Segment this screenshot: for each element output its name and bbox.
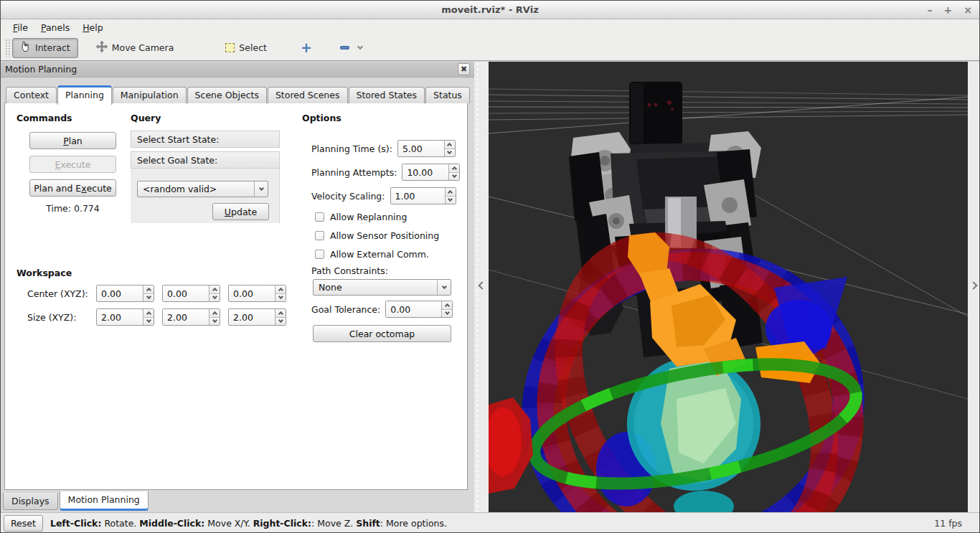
checkbox-row-allow-sensor-positioning[interactable]: Allow Sensor Positioning [315, 230, 439, 241]
spin-up-button[interactable] [143, 309, 154, 317]
status-segment: Right-Click: [253, 518, 311, 529]
spin-down-button[interactable] [209, 293, 220, 302]
tab-stored-scenes[interactable]: Stored Scenes [268, 87, 348, 103]
workspace-row-label: Size (XYZ): [27, 312, 96, 323]
spinbox-value[interactable]: 2.00 [229, 309, 275, 325]
select-goal-state-header[interactable]: Select Goal State: [131, 151, 280, 169]
spinbox-value[interactable]: 0.00 [229, 286, 275, 301]
tab-stored-states[interactable]: Stored States [349, 87, 425, 103]
option-row-planning-time-s: Planning Time (s):5.00 [311, 140, 456, 157]
mouse-help-text: Left-Click: Rotate. Middle-Click: Move X… [50, 518, 447, 529]
spin-up-button[interactable] [442, 301, 452, 309]
tab-context[interactable]: Context [6, 87, 57, 103]
dock-tab-bar: DisplaysMotion Planning [3, 491, 150, 511]
clear-octomap-button[interactable]: Clear octomap [313, 325, 451, 342]
spin-down-button[interactable] [449, 172, 459, 181]
spin-up-button[interactable] [446, 188, 456, 196]
checkbox-row-allow-external-comm[interactable]: Allow External Comm. [315, 249, 429, 260]
status-segment: Left-Click: [50, 518, 102, 529]
menu-help[interactable]: Help [76, 21, 110, 34]
spin-up-button[interactable] [275, 286, 286, 293]
spin-down-button[interactable] [442, 309, 452, 318]
size-xyz-spinbox-x[interactable]: 2.00 [96, 308, 154, 326]
spin-up-button[interactable] [445, 141, 455, 148]
tab-scene-objects[interactable]: Scene Objects [187, 87, 267, 103]
planning-attempts-spinbox[interactable]: 10.00 [402, 164, 460, 181]
toolbar-drag-handle[interactable] [5, 39, 10, 57]
size-xyz-spinbox-y[interactable]: 2.00 [162, 308, 220, 326]
spin-down-button[interactable] [275, 317, 286, 326]
size-xyz-spinbox-z[interactable]: 2.00 [228, 308, 286, 326]
option-row-velocity-scaling: Velocity Scaling:1.00 [311, 187, 456, 204]
plan-and-execute-button[interactable]: Plan and Execute [29, 179, 116, 197]
option-row-planning-attempts: Planning Attempts:10.00 [311, 164, 460, 181]
checkbox-allow-replanning[interactable] [315, 212, 324, 222]
spin-down-button[interactable] [446, 196, 456, 204]
checkbox-row-allow-replanning[interactable]: Allow Replanning [315, 212, 407, 222]
panel-close-button[interactable]: ✖ [458, 63, 470, 75]
center-xyz-spinbox-y[interactable]: 0.00 [162, 285, 220, 302]
spin-up-button[interactable] [143, 286, 154, 293]
spin-up-button[interactable] [209, 286, 220, 293]
menu-panels[interactable]: Panels [34, 21, 76, 34]
dock-tab-motion-planning[interactable]: Motion Planning [60, 491, 149, 511]
spin-up-button[interactable] [209, 309, 220, 317]
status-segment: : Move Z. [311, 518, 356, 529]
reset-button[interactable]: Reset [4, 515, 43, 532]
checkbox-allow-external-comm[interactable] [315, 250, 324, 259]
minimize-icon[interactable]: – [928, 5, 933, 15]
remove-tool-button[interactable] [332, 38, 370, 58]
menu-file[interactable]: File [6, 21, 34, 34]
chevron-right-icon[interactable] [969, 281, 977, 289]
execute-button[interactable]: Execute [29, 156, 116, 173]
velocity-scaling-spinbox[interactable]: 1.00 [390, 187, 456, 204]
spin-down-button[interactable] [275, 293, 286, 302]
query-group: Query Select Start State: Select Goal St… [131, 113, 293, 223]
panel-splitter[interactable] [474, 62, 489, 512]
chevron-down-icon[interactable] [437, 280, 451, 295]
tab-status[interactable]: Status [425, 87, 470, 103]
select-tool-button[interactable]: Select [217, 38, 275, 58]
plan-button[interactable]: Plan [29, 132, 116, 149]
spin-down-button[interactable] [143, 293, 154, 302]
spinbox-value[interactable]: 5.00 [398, 141, 444, 156]
goal-tolerance-spinbox[interactable]: 0.00 [385, 301, 453, 318]
interact-tool-button[interactable]: Interact [12, 38, 78, 58]
spinbox-value[interactable]: 0.00 [97, 286, 143, 301]
title-bar: moveit.rviz* - RViz – + × [1, 1, 979, 19]
maximize-icon[interactable]: + [944, 5, 953, 15]
tab-manipulation[interactable]: Manipulation [113, 87, 187, 103]
spin-down-button[interactable] [143, 317, 154, 326]
spin-up-button[interactable] [275, 309, 286, 317]
spin-up-button[interactable] [449, 164, 459, 172]
center-xyz-spinbox-x[interactable]: 0.00 [96, 285, 154, 302]
spinbox-value[interactable]: 1.00 [391, 188, 445, 204]
option-label: Velocity Scaling: [311, 191, 385, 202]
chevron-down-icon[interactable] [254, 181, 268, 197]
spinbox-value[interactable]: 0.00 [163, 286, 209, 301]
spinbox-value[interactable]: 2.00 [97, 309, 143, 325]
panel-header[interactable]: Motion Planning ✖ [1, 62, 474, 77]
goal-state-select[interactable]: <random valid> [137, 181, 268, 197]
tab-planning[interactable]: Planning [57, 85, 112, 105]
render-viewport[interactable] [489, 62, 968, 512]
add-tool-icon[interactable]: + [301, 41, 312, 55]
path-constraints-select[interactable]: None [313, 279, 451, 296]
move-camera-tool-button[interactable]: Move Camera [88, 38, 182, 58]
right-panel-strip[interactable] [968, 62, 980, 512]
spin-down-button[interactable] [209, 317, 220, 326]
planning-time-s-spinbox[interactable]: 5.00 [397, 140, 456, 157]
spin-down-button[interactable] [445, 148, 455, 157]
center-xyz-spinbox-z[interactable]: 0.00 [228, 285, 286, 302]
chevron-down-icon [357, 44, 363, 49]
spinbox-value[interactable]: 10.00 [402, 164, 448, 180]
update-button[interactable]: Update [212, 203, 269, 220]
workspace-size-row: Size (XYZ):2.002.002.00 [27, 308, 294, 326]
spinbox-value[interactable]: 2.00 [163, 309, 209, 325]
dock-tab-displays[interactable]: Displays [3, 493, 58, 510]
checkbox-label: Allow External Comm. [330, 249, 429, 260]
close-icon[interactable]: × [963, 5, 972, 15]
spinbox-value[interactable]: 0.00 [386, 301, 441, 317]
select-start-state-header[interactable]: Select Start State: [131, 131, 280, 148]
checkbox-allow-sensor-positioning[interactable] [315, 231, 324, 240]
